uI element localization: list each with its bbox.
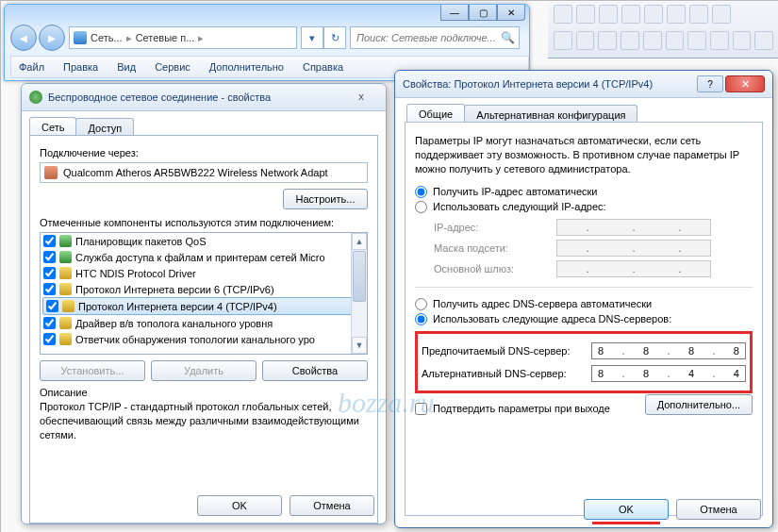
ip-address-label: IP-адрес: — [434, 222, 556, 233]
tab-network[interactable]: Сеть — [29, 117, 76, 136]
dns-auto-radio[interactable] — [415, 298, 427, 310]
ip-manual-label[interactable]: Использовать следующий IP-адрес: — [433, 201, 606, 212]
components-list[interactable]: Планировщик пакетов QoS Служба доступа к… — [40, 232, 368, 355]
menu-file[interactable]: Файл — [11, 58, 52, 75]
dialog2-cancel-button[interactable]: Отмена — [676, 499, 761, 520]
description-label: Описание — [40, 387, 368, 398]
adapter-icon — [44, 166, 58, 179]
scroll-up-icon[interactable]: ▲ — [352, 233, 367, 250]
dns-octet[interactable]: 8 — [598, 345, 604, 357]
dns-manual-label[interactable]: Использовать следующие адреса DNS-сервер… — [433, 313, 671, 324]
install-button[interactable]: Установить... — [40, 360, 145, 381]
menu-tools[interactable]: Сервис — [147, 58, 198, 75]
dns-octet[interactable]: 4 — [688, 368, 694, 379]
refresh-button[interactable]: ↻ — [323, 26, 346, 49]
service-icon — [59, 251, 72, 263]
schedule-icon — [59, 235, 72, 247]
nav-down-button[interactable]: ▾ — [301, 26, 323, 49]
search-box[interactable]: 🔍 — [350, 26, 520, 49]
component-checkbox[interactable] — [43, 317, 56, 329]
remove-button: Удалить — [151, 360, 257, 381]
component-item[interactable]: Служба доступа к файлам и принтерам сете… — [75, 252, 325, 263]
component-item-selected[interactable]: Протокол Интернета версии 4 (TCP/IPv4) — [78, 301, 277, 312]
connect-via-label: Подключение через: — [40, 147, 368, 158]
component-item[interactable]: HTC NDIS Protocol Driver — [75, 268, 196, 279]
nav-back-button[interactable]: ◄ — [10, 25, 37, 51]
adapter-field: Qualcomm Atheros AR5BWB222 Wireless Netw… — [40, 162, 368, 183]
breadcrumb-part[interactable]: Сетевые п... — [136, 32, 195, 43]
mask-field: . . . — [556, 240, 711, 257]
dns-octet[interactable]: 8 — [734, 345, 739, 357]
component-item[interactable]: Драйвер в/в тополога канального уровня — [75, 318, 273, 329]
dns-octet[interactable]: 8 — [598, 368, 604, 379]
dns1-label: Предпочитаемый DNS-сервер: — [422, 345, 591, 357]
dialog2-help-button[interactable]: ? — [697, 75, 723, 92]
network-icon — [74, 31, 87, 44]
component-item[interactable]: Планировщик пакетов QoS — [75, 236, 207, 247]
mask-label: Маска подсети: — [434, 242, 556, 254]
component-item[interactable]: Ответчик обнаружения топологии канальног… — [75, 334, 315, 345]
menu-edit[interactable]: Правка — [56, 58, 106, 75]
ok-highlight — [592, 522, 660, 524]
dns-octet[interactable]: 8 — [688, 345, 694, 357]
dialog1-title: Беспроводное сетевое соединение - свойст… — [48, 91, 344, 103]
component-checkbox[interactable] — [43, 267, 56, 279]
ip-auto-radio[interactable] — [415, 186, 427, 198]
menu-extra[interactable]: Дополнительно — [202, 58, 291, 75]
list-scrollbar[interactable]: ▲▼ — [351, 233, 367, 354]
tab-general[interactable]: Общие — [406, 104, 465, 123]
tab-access[interactable]: Доступ — [75, 118, 134, 137]
dialog2-close-button[interactable]: ✕ — [725, 75, 765, 92]
dns-octet[interactable]: 8 — [643, 368, 649, 379]
dns-manual-radio[interactable] — [415, 313, 427, 325]
component-checkbox[interactable] — [43, 235, 56, 247]
intro-text: Параметры IP могут назначаться автоматич… — [415, 134, 753, 176]
component-checkbox[interactable] — [43, 283, 56, 295]
properties-button[interactable]: Свойства — [262, 360, 368, 381]
explorer-close[interactable]: ✕ — [497, 5, 525, 21]
component-checkbox[interactable] — [43, 251, 56, 263]
protocol-icon — [59, 283, 72, 295]
component-checkbox[interactable] — [46, 300, 58, 312]
ip-auto-label[interactable]: Получить IP-адрес автоматически — [433, 186, 597, 197]
dialog1-close-hint[interactable]: х — [344, 91, 378, 104]
protocol-icon — [59, 267, 72, 279]
explorer-maximize[interactable]: ▢ — [469, 5, 497, 21]
search-icon: 🔍 — [501, 31, 515, 44]
dns-highlight-box: Предпочитаемый DNS-сервер: 8. 8. 8. 8 Ал… — [415, 331, 753, 393]
protocol-icon — [59, 317, 72, 329]
adapter-name: Qualcomm Atheros AR5BWB222 Wireless Netw… — [63, 167, 328, 178]
dialog1-ok-button[interactable]: OK — [197, 495, 282, 516]
dns2-field[interactable]: 8. 8. 4. 4 — [591, 365, 746, 382]
scroll-thumb[interactable] — [353, 251, 366, 302]
dns-auto-label[interactable]: Получить адрес DNS-сервера автоматически — [433, 298, 652, 309]
bg-toolbar — [548, 1, 778, 58]
wifi-icon — [29, 91, 42, 104]
dialog2-title: Свойства: Протокол Интернета версии 4 (T… — [403, 78, 697, 90]
dns1-field[interactable]: 8. 8. 8. 8 — [591, 342, 746, 359]
dialog1-cancel-button[interactable]: Отмена — [290, 495, 374, 516]
dns-octet[interactable]: 4 — [734, 368, 739, 379]
scroll-down-icon[interactable]: ▼ — [352, 337, 367, 354]
component-item[interactable]: Протокол Интернета версии 6 (TCP/IPv6) — [75, 284, 274, 295]
breadcrumb-part[interactable]: Сеть... — [91, 32, 123, 43]
menu-help[interactable]: Справка — [295, 58, 351, 75]
component-checkbox[interactable] — [43, 333, 56, 345]
ip-address-field: . . . — [556, 219, 711, 236]
advanced-button[interactable]: Дополнительно... — [645, 394, 753, 415]
explorer-minimize[interactable]: — — [440, 5, 469, 21]
configure-button[interactable]: Настроить... — [283, 189, 368, 209]
dns-octet[interactable]: 8 — [643, 345, 649, 357]
tab-altconfig[interactable]: Альтернативная конфигурация — [464, 105, 637, 124]
breadcrumb-sep: ▸ — [198, 32, 204, 44]
ip-manual-radio[interactable] — [415, 201, 427, 213]
search-input[interactable] — [355, 31, 501, 44]
nav-forward-button[interactable]: ► — [39, 25, 65, 51]
address-bar[interactable]: Сеть... ▸ Сетевые п... ▸ — [69, 26, 297, 49]
protocol-icon — [59, 333, 72, 345]
confirm-on-exit-checkbox[interactable] — [415, 403, 427, 415]
dialog2-ok-button[interactable]: OK — [584, 499, 669, 520]
gateway-field: . . . — [556, 260, 711, 277]
confirm-on-exit-label[interactable]: Подтвердить параметры при выходе — [433, 403, 610, 414]
menu-view[interactable]: Вид — [109, 58, 143, 75]
